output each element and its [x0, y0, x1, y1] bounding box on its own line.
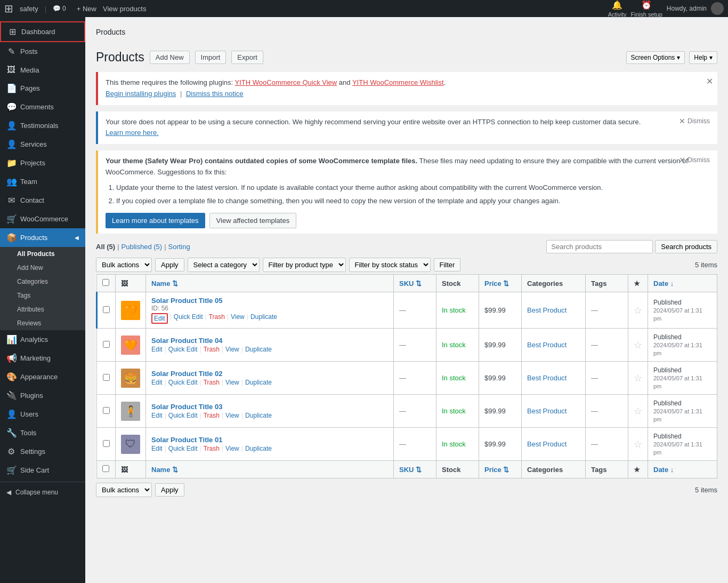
- trash-link[interactable]: Trash: [204, 412, 220, 419]
- begin-installing-link[interactable]: Begin installing plugins: [106, 90, 176, 98]
- sidebar-item-services[interactable]: 👤 Services: [0, 135, 85, 154]
- sidebar-item-woocommerce[interactable]: 🛒 WooCommerce: [0, 210, 85, 228]
- quick-edit-link[interactable]: Quick Edit: [168, 346, 198, 353]
- sidebar-item-plugins[interactable]: 🔌 Plugins: [0, 386, 85, 405]
- sidebar-item-appearance[interactable]: 🎨 Appearance: [0, 368, 85, 386]
- category-link[interactable]: Best Product: [527, 374, 567, 382]
- col-date[interactable]: Date ↓: [648, 275, 717, 292]
- select-all-checkbox[interactable]: [102, 279, 109, 286]
- duplicate-link[interactable]: Duplicate: [250, 313, 277, 324]
- sidebar-item-analytics[interactable]: 📊 Analytics: [0, 330, 85, 349]
- sidebar-item-tools[interactable]: 🔧 Tools: [0, 424, 85, 442]
- submenu-tags[interactable]: Tags: [0, 289, 85, 302]
- edit-link[interactable]: Edit: [151, 379, 163, 386]
- plugin-notice-close[interactable]: ✕: [706, 76, 713, 86]
- category-link[interactable]: Best Product: [527, 341, 567, 349]
- sidebar-item-marketing[interactable]: 📢 Marketing: [0, 349, 85, 368]
- row-checkbox[interactable]: [103, 306, 110, 313]
- featured-star[interactable]: ☆: [634, 305, 642, 316]
- screen-options-button[interactable]: Screen Options ▾: [626, 51, 685, 64]
- trash-link[interactable]: Trash: [204, 346, 220, 353]
- import-button[interactable]: Import: [195, 51, 227, 64]
- tab-published[interactable]: Published (5): [122, 243, 163, 251]
- collapse-menu-btn[interactable]: ◀ Collapse menu: [0, 484, 85, 500]
- product-name-link[interactable]: Solar Product Title 01: [151, 436, 222, 444]
- sidebar-item-comments[interactable]: 💬 Comments: [0, 98, 85, 116]
- foot-col-price[interactable]: Price ⇅: [479, 461, 522, 478]
- foot-col-name[interactable]: Name ⇅: [146, 461, 394, 478]
- foot-col-date[interactable]: Date ↓: [648, 461, 717, 478]
- tab-all[interactable]: All (5): [96, 243, 115, 251]
- sidebar-item-side-cart[interactable]: 🛒 Side Cart: [0, 461, 85, 480]
- row-checkbox[interactable]: [103, 440, 110, 447]
- featured-star[interactable]: ☆: [634, 373, 642, 384]
- sidebar-item-posts[interactable]: ✎ Posts: [0, 42, 85, 61]
- finish-setup-btn[interactable]: ⏰ Finish setup: [631, 0, 662, 18]
- duplicate-link[interactable]: Duplicate: [245, 445, 272, 452]
- product-name-link[interactable]: Solar Product Title 04: [151, 337, 222, 345]
- notifications[interactable]: 💬 0: [53, 5, 66, 12]
- edit-link[interactable]: Edit: [151, 445, 163, 452]
- filter-button[interactable]: Filter: [434, 258, 461, 271]
- submenu-all-products[interactable]: All Products: [0, 247, 85, 261]
- template-dismiss-btn[interactable]: ✕ Dismiss: [679, 156, 710, 164]
- tab-sorting[interactable]: Sorting: [168, 243, 190, 251]
- apply-bulk-top-button[interactable]: Apply: [155, 258, 184, 271]
- sidebar-item-team[interactable]: 👥 Team: [0, 172, 85, 191]
- sidebar-item-settings[interactable]: ⚙ Settings: [0, 442, 85, 461]
- sidebar-item-users[interactable]: 👤 Users: [0, 405, 85, 424]
- duplicate-link[interactable]: Duplicate: [245, 346, 272, 353]
- sidebar-item-media[interactable]: 🖼 Media: [0, 61, 85, 79]
- product-type-select[interactable]: Filter by product type: [263, 258, 346, 272]
- product-name-link[interactable]: Solar Product Title 03: [151, 403, 222, 411]
- quick-edit-link[interactable]: Quick Edit: [168, 379, 198, 386]
- submenu-categories[interactable]: Categories: [0, 275, 85, 289]
- dismiss-notice-link[interactable]: Dismiss this notice: [186, 90, 244, 98]
- help-button[interactable]: Help ▾: [689, 51, 717, 64]
- ssl-dismiss-btn[interactable]: ✕ Dismiss: [679, 117, 710, 125]
- edit-link[interactable]: Edit: [151, 346, 163, 353]
- product-name-link[interactable]: Solar Product Title 05: [151, 297, 222, 305]
- col-price[interactable]: Price ⇅: [479, 275, 522, 292]
- sidebar-item-contact[interactable]: ✉ Contact: [0, 191, 85, 210]
- plugin1-link[interactable]: YITH WooCommerce Quick View: [235, 78, 337, 86]
- col-sku[interactable]: SKU ⇅: [394, 275, 436, 292]
- sidebar-item-pages[interactable]: 📄 Pages: [0, 79, 85, 98]
- featured-star[interactable]: ☆: [634, 340, 642, 350]
- duplicate-link[interactable]: Duplicate: [245, 412, 272, 419]
- new-button[interactable]: + New: [77, 5, 96, 13]
- apply-bulk-bottom-button[interactable]: Apply: [155, 483, 184, 497]
- sidebar-item-products[interactable]: 📦 Products ◀: [0, 228, 85, 247]
- row-checkbox[interactable]: [103, 374, 110, 381]
- row-checkbox[interactable]: [103, 341, 110, 348]
- quick-edit-link[interactable]: Quick Edit: [168, 445, 198, 452]
- search-input[interactable]: [546, 240, 653, 253]
- trash-link[interactable]: Trash: [209, 313, 225, 324]
- sidebar-item-dashboard[interactable]: ⊞ Dashboard: [0, 21, 85, 42]
- product-name-link[interactable]: Solar Product Title 02: [151, 370, 222, 378]
- view-products-link[interactable]: View products: [103, 5, 146, 13]
- trash-link[interactable]: Trash: [204, 445, 220, 452]
- quick-edit-link[interactable]: Quick Edit: [168, 412, 198, 419]
- foot-col-sku[interactable]: SKU ⇅: [394, 461, 436, 478]
- bulk-actions-select-bottom[interactable]: Bulk actions: [96, 483, 152, 497]
- view-link[interactable]: View: [225, 346, 239, 353]
- stock-status-select[interactable]: Filter by stock status: [349, 258, 431, 272]
- quick-edit-link[interactable]: Quick Edit: [174, 313, 203, 324]
- sidebar-item-projects[interactable]: 📁 Projects: [0, 154, 85, 172]
- category-select[interactable]: Select a category: [188, 258, 260, 272]
- duplicate-link[interactable]: Duplicate: [245, 379, 272, 386]
- wp-logo[interactable]: ⊞: [4, 2, 13, 15]
- view-link[interactable]: View: [225, 412, 239, 419]
- site-name[interactable]: safety: [20, 5, 38, 13]
- category-link[interactable]: Best Product: [527, 440, 567, 448]
- view-link[interactable]: View: [225, 445, 239, 452]
- view-link[interactable]: View: [225, 379, 239, 386]
- submenu-reviews[interactable]: Reviews: [0, 316, 85, 330]
- submenu-attributes[interactable]: Attributes: [0, 302, 85, 316]
- category-link[interactable]: Best Product: [527, 306, 567, 314]
- edit-link[interactable]: Edit: [151, 412, 163, 419]
- activity-btn[interactable]: 🔔 Activity: [608, 0, 627, 18]
- featured-star[interactable]: ☆: [634, 406, 642, 417]
- bulk-actions-select-top[interactable]: Bulk actions: [96, 258, 152, 272]
